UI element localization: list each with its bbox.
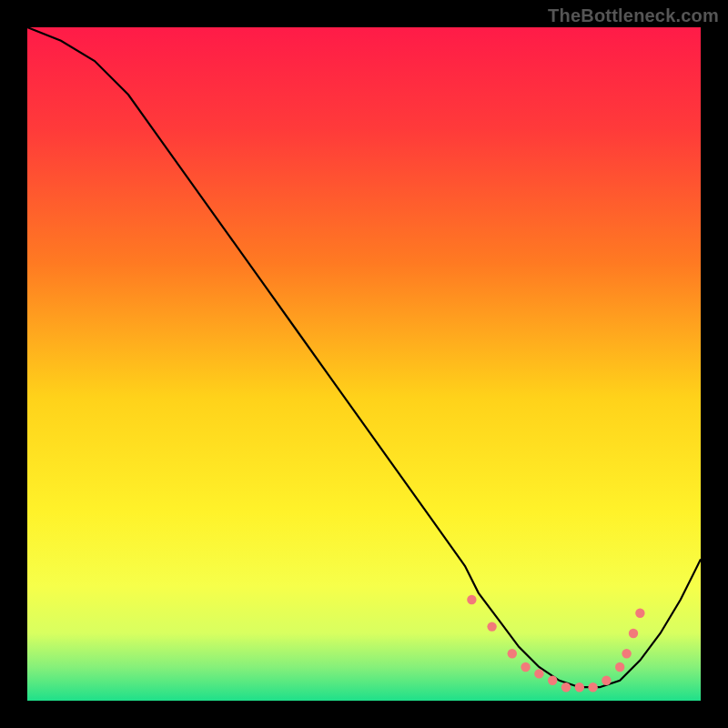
floor-dot <box>588 682 597 692</box>
watermark-text: TheBottleneck.com <box>548 5 719 26</box>
chart-frame: TheBottleneck.com <box>0 0 728 728</box>
floor-dot <box>534 669 543 678</box>
floor-dot <box>635 609 644 618</box>
plot-background <box>27 27 701 701</box>
floor-dot <box>615 662 624 672</box>
floor-dot <box>561 682 571 692</box>
bottleneck-chart <box>0 0 728 728</box>
floor-dot <box>508 649 517 658</box>
floor-dot <box>622 649 631 658</box>
floor-dot <box>602 676 611 685</box>
floor-dot <box>467 595 476 604</box>
floor-dot <box>487 622 496 631</box>
floor-dot <box>629 629 638 638</box>
floor-dot <box>521 662 530 672</box>
floor-dot <box>548 676 557 685</box>
floor-dot <box>575 682 584 692</box>
